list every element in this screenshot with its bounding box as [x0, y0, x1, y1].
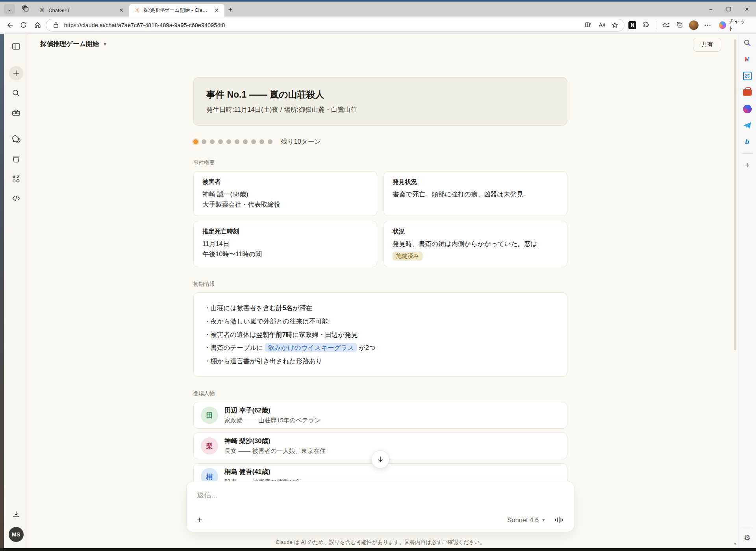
address-bar[interactable]: https://claude.ai/chat/a7ae7c67-4818-489… [46, 19, 624, 31]
tab-search-chevron-icon[interactable]: ⌄ [4, 4, 15, 14]
chat-title-menu[interactable]: 探偵推理ゲーム開始 ▼ [40, 40, 107, 48]
turn-dot [251, 139, 256, 144]
chats-icon[interactable] [9, 132, 23, 146]
character-desc: 家政婦 —— 山荘歴15年のベテラン [224, 416, 321, 425]
case-subtitle: 発生日時:11月14日(土)夜 / 場所:御嶽山麓・白鷺山荘 [206, 105, 554, 114]
overview-card-discovery: 発見状況 書斎で死亡。頭部に強打の痕。凶器は未発見。 [384, 171, 567, 216]
share-button[interactable]: 共有 [693, 38, 721, 52]
card-line: 11月14日 [202, 239, 368, 249]
scrollbar-down-arrow[interactable]: ▼ [732, 542, 738, 546]
profile-avatar[interactable] [688, 19, 699, 31]
scrollbar-thumb[interactable] [734, 39, 736, 350]
reply-composer[interactable]: 返信... + Sonnet 4.6 ▼ [186, 481, 574, 532]
copilot-label: チャット [728, 18, 749, 32]
collections-icon[interactable] [674, 19, 686, 31]
turn-dot [210, 139, 215, 144]
card-line: 大手製薬会社・代表取締役 [202, 200, 368, 210]
info-bullet: ・被害者の遺体は翌朝午前7時に家政婦・田辺が発見 [204, 328, 557, 341]
highlighted-clue-chip[interactable]: 飲みかけのウイスキーグラス [265, 343, 357, 352]
reply-input-placeholder[interactable]: 返信... [197, 490, 564, 500]
claude-page: 探偵推理ゲーム開始 ▼ 共有 事件 No.1 —— 嵐の山荘殺人 発生日時:11… [28, 34, 732, 548]
minimize-button[interactable]: – [702, 2, 720, 17]
scroll-to-bottom-button[interactable] [371, 450, 389, 468]
edge-sidebar: M 25 b + ⚙ [738, 34, 756, 548]
character-avatar: 梨 [201, 437, 218, 455]
card-line: 午後10時〜11時の間 [202, 249, 368, 259]
character-row: 田 田辺 幸子(62歳) 家政婦 —— 山荘歴15年のベテラン [193, 402, 567, 429]
user-avatar[interactable]: MS [9, 527, 24, 542]
close-button[interactable]: ✕ [738, 2, 756, 17]
lock-icon [51, 20, 61, 30]
notion-extension-icon[interactable]: N [627, 19, 638, 31]
status-badge: 施錠済み [393, 251, 422, 261]
chevron-down-icon: ▼ [541, 518, 546, 522]
sidebar-toggle-icon[interactable] [9, 39, 23, 54]
microsoft-365-icon[interactable] [742, 104, 752, 114]
download-icon[interactable] [9, 507, 23, 521]
tab-claude[interactable]: ✳ 探偵推理ゲーム開始 - Claude ✕ [129, 4, 224, 17]
refresh-icon[interactable] [18, 19, 29, 31]
settings-gear-icon[interactable]: ⚙ [742, 533, 752, 543]
overview-card-victim: 被害者 神崎 誠一(58歳) 大手製薬会社・代表取締役 [193, 171, 377, 216]
tab-title: 探偵推理ゲーム開始 - Claude [144, 7, 209, 14]
more-options-icon[interactable] [702, 19, 713, 31]
code-icon[interactable] [9, 191, 23, 205]
tab-chatgpt[interactable]: ❋ ChatGPT ✕ [34, 4, 129, 17]
bing-icon[interactable]: b [742, 137, 752, 147]
card-line: 書斎で死亡。頭部に強打の痕。凶器は未発見。 [393, 189, 558, 200]
tab-title: ChatGPT [48, 7, 114, 13]
attach-plus-button[interactable]: + [197, 515, 202, 525]
gmail-icon[interactable]: M [742, 54, 752, 64]
info-bullet: ・夜から激しい嵐で外部との往来は不可能 [204, 314, 557, 328]
turn-dot [243, 139, 248, 144]
dictation-icon[interactable] [554, 516, 564, 524]
card-label: 推定死亡時刻 [202, 227, 368, 236]
favorite-star-icon[interactable] [610, 20, 620, 30]
overview-card-time-of-death: 推定死亡時刻 11月14日 午後10時〜11時の間 [193, 221, 377, 267]
maximize-button[interactable] [720, 2, 738, 17]
copilot-chat-button[interactable]: チャット [716, 17, 752, 34]
toolbox-app-icon[interactable] [742, 87, 752, 97]
sidebar-search-icon[interactable] [742, 38, 752, 48]
home-icon[interactable] [32, 19, 43, 31]
overview-card-situation: 状況 発見時、書斎の鍵は内側からかかっていた。窓は 施錠済み [384, 221, 567, 267]
google-calendar-icon[interactable]: 25 [742, 71, 752, 81]
tab-strip: ⌄ ❋ ChatGPT ✕ ✳ 探偵推理ゲーム開始 - Claude ✕ + –… [0, 2, 756, 17]
page-scrollbar[interactable]: ▼ [732, 34, 738, 548]
split-screen-icon[interactable] [583, 20, 593, 30]
info-bullet: ・棚から遺言書が引き出された形跡あり [204, 355, 557, 368]
character-name: 田辺 幸子(62歳) [224, 406, 321, 415]
claude-favicon-icon: ✳ [134, 7, 141, 14]
model-selector[interactable]: Sonnet 4.6 ▼ [507, 516, 546, 524]
card-label: 被害者 [202, 178, 368, 186]
add-sidebar-item-icon[interactable]: + [742, 161, 752, 170]
desktop-edge-sliver [0, 34, 4, 548]
character-name: 神崎 梨沙(30歳) [224, 437, 326, 446]
model-name: Sonnet 4.6 [507, 516, 539, 524]
turn-progress: 残り10ターン [193, 137, 567, 146]
search-icon[interactable] [9, 86, 23, 100]
character-name: 桐島 健吾(41歳) [224, 468, 302, 476]
tab-close-icon[interactable]: ✕ [213, 7, 220, 13]
browser-toolbar: https://claude.ai/chat/a7ae7c67-4818-489… [0, 17, 756, 34]
card-line: 発見時、書斎の鍵は内側からかかっていた。窓は [393, 239, 558, 249]
extensions-icon[interactable] [641, 19, 652, 31]
turn-dot [218, 139, 223, 144]
new-tab-button[interactable]: + [224, 4, 236, 16]
back-icon[interactable] [4, 19, 15, 31]
info-bullet: ・山荘には被害者を含む計5名が滞在 [204, 301, 557, 315]
new-chat-button[interactable] [9, 66, 23, 80]
read-aloud-icon[interactable] [597, 20, 607, 30]
workspaces-icon[interactable] [20, 4, 32, 14]
archive-box-icon[interactable] [9, 152, 23, 166]
character-desc: 長女 —— 被害者の一人娘、東京在住 [224, 447, 326, 455]
tab-close-icon[interactable]: ✕ [117, 7, 125, 13]
url-text[interactable]: https://claude.ai/chat/a7ae7c67-4818-489… [64, 22, 580, 28]
shapes-icon[interactable] [9, 172, 23, 186]
favorites-list-icon[interactable] [660, 19, 672, 31]
telegram-icon[interactable] [742, 120, 752, 130]
chatgpt-favicon-icon: ❋ [39, 7, 45, 14]
section-label-initial-info: 初期情報 [193, 281, 567, 288]
case-title: 事件 No.1 —— 嵐の山荘殺人 [206, 89, 554, 101]
toolbox-icon[interactable] [9, 105, 23, 120]
